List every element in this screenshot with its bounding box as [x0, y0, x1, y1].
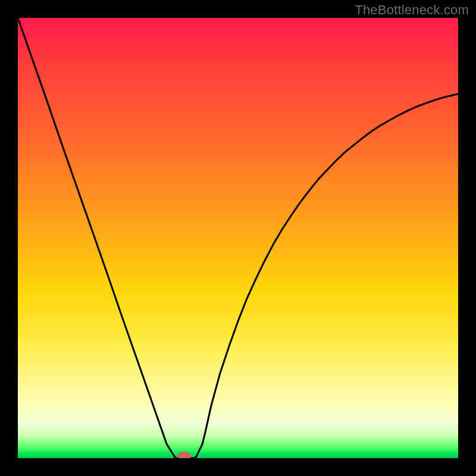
chart-frame: TheBottleneck.com: [0, 0, 476, 476]
curve-layer: [18, 18, 458, 458]
bottleneck-curve: [18, 18, 458, 458]
watermark-text: TheBottleneck.com: [355, 2, 469, 18]
min-point-marker: [177, 452, 192, 458]
plot-area: [18, 18, 458, 458]
